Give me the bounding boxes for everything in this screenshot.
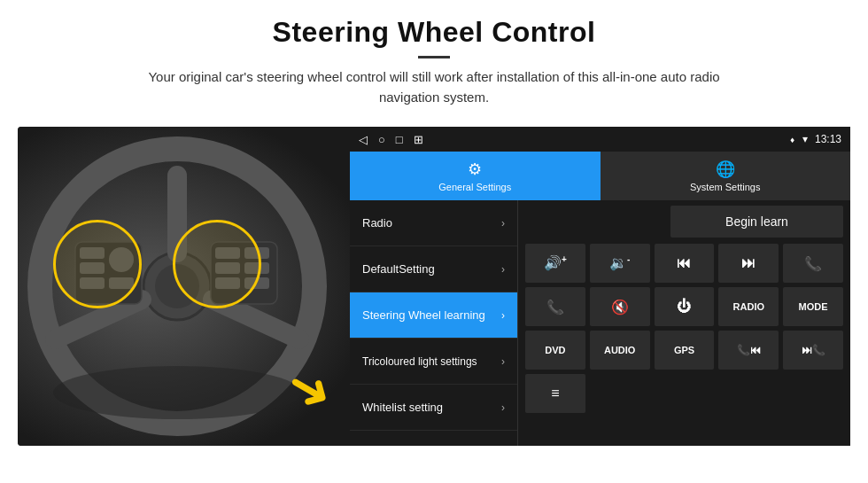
volume-up-icon: 🔊+: [544, 254, 567, 271]
highlight-circle-left: [53, 220, 142, 308]
steering-wheel-section: ➜: [18, 127, 350, 446]
mode-button[interactable]: MODE: [783, 287, 843, 326]
back-icon[interactable]: ◁: [359, 133, 368, 146]
phone-prev-icon: 📞⏮: [737, 344, 761, 356]
prev-track-icon: ⏮: [677, 255, 691, 271]
page-title: Steering Wheel Control: [18, 16, 850, 49]
steering-wheel-bg: ➜: [18, 127, 350, 446]
tabs-container: ⚙ General Settings 🌐 System Settings: [350, 152, 850, 200]
next-track-icon: ⏭: [741, 255, 756, 271]
hang-up-icon: 📞: [546, 299, 564, 316]
menu-item-radio-label: Radio: [362, 216, 392, 230]
android-ui: ◁ ○ □ ⊞ ⬧ ▾ 13:13 ⚙ General Settings 🌐 S…: [350, 127, 850, 446]
menu-item-default-label: DefaultSetting: [362, 262, 435, 276]
volume-up-button[interactable]: 🔊+: [525, 244, 585, 283]
next-track-button[interactable]: ⏭: [718, 244, 779, 283]
hang-up-button[interactable]: 📞: [525, 287, 585, 326]
chevron-icon-default: ›: [501, 263, 505, 276]
status-bar-left: ◁ ○ □ ⊞: [359, 133, 423, 146]
control-row-2: 📞 🔇 ⏻ RADIO MODE: [525, 287, 843, 326]
content-area: Radio › DefaultSetting › Steering Wheel …: [350, 200, 850, 446]
home-icon[interactable]: ○: [378, 133, 385, 146]
menu-item-tricoloured-label: Tricoloured light settings: [362, 355, 477, 368]
controls-panel: Begin learn 🔊+ 🔉- ⏮ ⏭: [518, 200, 850, 446]
call-button-1[interactable]: 📞: [783, 244, 843, 283]
mute-button[interactable]: 🔇: [590, 287, 650, 326]
mute-icon: 🔇: [611, 299, 629, 316]
volume-down-button[interactable]: 🔉-: [590, 244, 650, 283]
menu-item-steering-wheel[interactable]: Steering Wheel learning ›: [350, 292, 517, 339]
radio-button[interactable]: RADIO: [718, 287, 779, 326]
chevron-icon-radio: ›: [501, 217, 505, 230]
status-bar-right: ⬧ ▾ 13:13: [789, 133, 841, 145]
wifi-icon: ▾: [802, 133, 808, 145]
menu-icon[interactable]: ⊞: [414, 133, 423, 146]
begin-learn-button[interactable]: Begin learn: [670, 206, 843, 238]
gps-button[interactable]: GPS: [655, 331, 715, 370]
menu-list: Radio › DefaultSetting › Steering Wheel …: [350, 200, 518, 446]
power-button[interactable]: ⏻: [655, 287, 715, 326]
control-row-3: DVD AUDIO GPS 📞⏮ ⏭📞: [525, 331, 843, 370]
control-row-4: ≡: [525, 374, 843, 413]
menu-item-whitelist-label: Whitelist setting: [362, 401, 443, 414]
dvd-button[interactable]: DVD: [525, 331, 585, 370]
status-bar: ◁ ○ □ ⊞ ⬧ ▾ 13:13: [350, 127, 850, 152]
mode-label: MODE: [799, 301, 828, 312]
clock: 13:13: [815, 133, 841, 145]
list-icon-button[interactable]: ≡: [525, 374, 585, 413]
phone-next-icon: ⏭📞: [802, 344, 825, 356]
tab-general-settings[interactable]: ⚙ General Settings: [350, 152, 601, 200]
header-description: Your original car's steering wheel contr…: [124, 67, 744, 107]
tab-general-label: General Settings: [438, 182, 511, 192]
gps-label: GPS: [674, 345, 694, 355]
power-icon: ⏻: [677, 299, 691, 315]
header-section: Steering Wheel Control Your original car…: [0, 0, 868, 116]
settings-gear-icon: ⚙: [468, 160, 482, 179]
dvd-label: DVD: [545, 345, 565, 355]
menu-item-whitelist[interactable]: Whitelist setting ›: [350, 385, 517, 431]
system-globe-icon: 🌐: [716, 160, 735, 179]
main-content: ➜ ◁ ○ □ ⊞ ⬧ ▾ 13:13 ⚙ General Settings: [18, 127, 850, 446]
chevron-icon-steering: ›: [501, 309, 505, 322]
svg-point-5: [53, 366, 301, 419]
chevron-icon-tricoloured: ›: [501, 355, 505, 368]
phone-prev-button[interactable]: 📞⏮: [718, 331, 779, 370]
tab-system-label: System Settings: [690, 182, 760, 192]
recents-icon[interactable]: □: [396, 133, 403, 146]
tab-system-settings[interactable]: 🌐 System Settings: [601, 152, 851, 200]
menu-item-tricoloured[interactable]: Tricoloured light settings ›: [350, 339, 517, 385]
radio-label: RADIO: [733, 301, 764, 312]
chevron-icon-whitelist: ›: [501, 401, 505, 414]
highlight-circle-right: [173, 220, 261, 308]
location-icon: ⬧: [789, 133, 795, 145]
audio-label: AUDIO: [604, 345, 635, 355]
audio-button[interactable]: AUDIO: [590, 331, 650, 370]
menu-item-steering-label: Steering Wheel learning: [362, 308, 485, 322]
menu-item-radio[interactable]: Radio ›: [350, 200, 517, 246]
volume-down-icon: 🔉-: [609, 254, 630, 271]
title-divider: [418, 56, 450, 58]
control-row-1: 🔊+ 🔉- ⏮ ⏭ 📞: [525, 244, 843, 283]
menu-item-default-setting[interactable]: DefaultSetting ›: [350, 246, 517, 292]
prev-track-button[interactable]: ⏮: [655, 244, 715, 283]
begin-learn-row: Begin learn: [525, 206, 843, 238]
phone-icon-1: 📞: [804, 255, 822, 272]
phone-next-button[interactable]: ⏭📞: [783, 331, 843, 370]
list-icon: ≡: [551, 386, 559, 401]
